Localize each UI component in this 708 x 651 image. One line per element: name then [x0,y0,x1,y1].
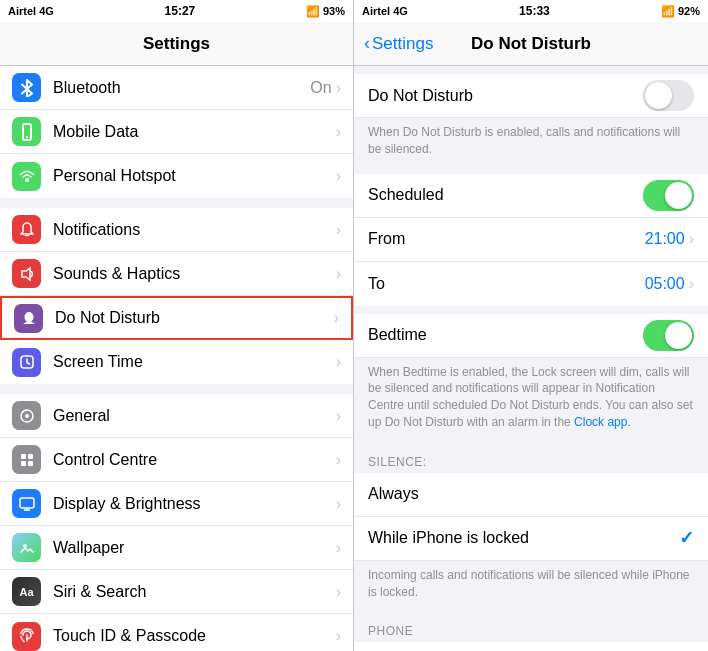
row-locked[interactable]: While iPhone is locked ✓ [354,517,708,561]
sounds-icon [12,259,41,288]
row-siri[interactable]: Aa Siri & Search › [0,570,353,614]
row-wallpaper[interactable]: Wallpaper › [0,526,353,570]
general-label: General [53,407,336,425]
row-bluetooth[interactable]: Bluetooth On › [0,66,353,110]
row-mobile-data[interactable]: Mobile Data › [0,110,353,154]
hotspot-icon [12,162,41,191]
row-general[interactable]: General › [0,394,353,438]
display-icon [12,489,41,518]
dnd-description: When Do Not Disturb is enabled, calls an… [354,118,708,166]
row-allow-calls[interactable]: Allow Calls From Favourites › [354,642,708,651]
bedtime-description: When Bedtime is enabled, the Lock screen… [354,358,708,439]
scheduled-label: Scheduled [368,186,643,204]
battery-pct-left: 93% [323,5,345,17]
back-button[interactable]: ‹ Settings [364,33,433,54]
dnd-label: Do Not Disturb [55,309,334,327]
left-panel: Airtel 4G 15:27 📶 93% Settings Bluetooth… [0,0,354,651]
to-label: To [368,275,645,293]
svg-rect-12 [20,498,34,508]
bluetooth-label: Bluetooth [53,79,310,97]
svg-point-2 [25,178,29,182]
right-panel: Airtel 4G 15:33 📶 92% ‹ Settings Do Not … [354,0,708,651]
network-right: 4G [393,5,408,17]
wallpaper-icon [12,533,41,562]
bedtime-toggle[interactable] [643,320,694,351]
sounds-chevron: › [336,265,341,283]
section-connectivity: Bluetooth On › Mobile Data › Personal Ho… [0,66,353,198]
status-bar-right: Airtel 4G 15:33 📶 92% [354,0,708,22]
locked-checkmark: ✓ [679,527,694,549]
general-icon [12,401,41,430]
dnd-toggle-label: Do Not Disturb [368,87,643,105]
from-chevron: › [689,230,694,248]
dnd-list: Do Not Disturb When Do Not Disturb is en… [354,66,708,651]
hotspot-label: Personal Hotspot [53,167,336,185]
status-right-right: 📶 92% [661,5,700,18]
row-screentime[interactable]: Screen Time › [0,340,353,384]
row-display[interactable]: Display & Brightness › [0,482,353,526]
clock-app-link[interactable]: Clock app. [574,415,631,429]
bedtime-label: Bedtime [368,326,643,344]
bluetooth-value: On [310,79,331,97]
svg-rect-11 [28,461,33,466]
row-touchid[interactable]: Touch ID & Passcode › [0,614,353,651]
scheduled-toggle[interactable] [643,180,694,211]
siri-icon-text: Aa [19,586,33,598]
from-value: 21:00 [645,230,685,248]
battery-icon-right: 📶 [661,5,675,18]
control-chevron: › [336,451,341,469]
dnd-chevron: › [334,309,339,327]
screentime-label: Screen Time [53,353,336,371]
row-hotspot[interactable]: Personal Hotspot › [0,154,353,198]
notif-label: Notifications [53,221,336,239]
siri-label: Siri & Search [53,583,336,601]
sounds-label: Sounds & Haptics [53,265,336,283]
row-control[interactable]: Control Centre › [0,438,353,482]
row-from[interactable]: From 21:00 › [354,218,708,262]
carrier-right: Airtel [362,5,390,17]
nav-header-left: Settings [0,22,353,66]
display-label: Display & Brightness [53,495,336,513]
from-label: From [368,230,645,248]
page-title-right: Do Not Disturb [471,34,591,54]
from-to-group: From 21:00 › To 05:00 › [354,218,708,306]
row-bedtime[interactable]: Bedtime [354,314,708,358]
network-left: 4G [39,5,54,17]
mobile-icon [12,117,41,146]
to-value: 05:00 [645,275,685,293]
always-label: Always [368,485,694,503]
touchid-icon [12,622,41,651]
status-bar-left: Airtel 4G 15:27 📶 93% [0,0,353,22]
row-sounds[interactable]: Sounds & Haptics › [0,252,353,296]
bluetooth-chevron: › [336,79,341,97]
screentime-icon [12,348,41,377]
bluetooth-icon [12,73,41,102]
scheduled-thumb [665,182,692,209]
control-icon [12,445,41,474]
row-dnd[interactable]: Do Not Disturb › [0,296,353,340]
time-right: 15:33 [519,4,550,18]
to-chevron: › [689,275,694,293]
time-left: 15:27 [165,4,196,18]
battery-icon-left: 📶 [306,5,320,18]
dnd-toggle[interactable] [643,80,694,111]
svg-point-7 [25,414,29,418]
mobile-chevron: › [336,123,341,141]
back-chevron-icon: ‹ [364,33,370,54]
carrier-left: Airtel [8,5,36,17]
battery-pct-right: 92% [678,5,700,17]
silence-section-label: SILENCE: [354,449,708,473]
row-notifications[interactable]: Notifications › [0,208,353,252]
touchid-chevron: › [336,627,341,645]
settings-list: Bluetooth On › Mobile Data › Personal Ho… [0,66,353,651]
toggle-thumb [645,82,672,109]
section-system: Notifications › Sounds & Haptics › Do No… [0,208,353,384]
phone-section-label: PHONE [354,618,708,642]
general-chevron: › [336,407,341,425]
row-scheduled[interactable]: Scheduled [354,174,708,218]
screentime-chevron: › [336,353,341,371]
page-title-left: Settings [143,34,210,54]
row-always[interactable]: Always [354,473,708,517]
row-dnd-toggle[interactable]: Do Not Disturb [354,74,708,118]
row-to[interactable]: To 05:00 › [354,262,708,306]
